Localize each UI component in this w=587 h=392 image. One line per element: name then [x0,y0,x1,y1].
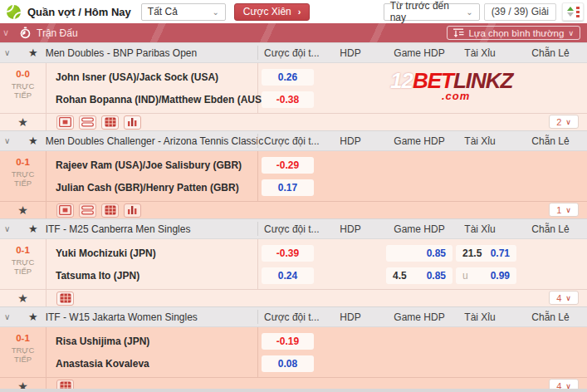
parlay-button[interactable]: Cược Xiên › [234,3,311,21]
bottom-divider [0,389,587,392]
filter-all-select[interactable]: Tất Cả ⌄ [141,3,226,21]
more-bets-count: 1 [556,205,561,215]
favorite-star-icon[interactable]: ★ [28,311,38,323]
collapse-chevron-icon[interactable]: ∨ [2,27,14,38]
moneyline-odds[interactable]: 0.08 [262,355,314,372]
moneyline-odds[interactable]: -0.19 [262,333,314,350]
favorite-star-icon[interactable]: ★ [28,47,38,59]
column-over-under: Tài Xỉu [464,311,495,323]
match-tools [56,203,141,218]
favorite-star-icon[interactable]: ★ [28,223,38,235]
match-section: ∨ ★ ITF - M25 Canberra Men Singles Cược … [0,218,587,306]
live-label: TRỰC TIẾP [0,170,46,188]
more-bets-dropdown[interactable]: 4 ∨ [549,291,579,305]
chevron-down-icon[interactable]: ∨ [4,48,17,57]
live-label: TRỰC TIẾP [0,346,46,364]
league-title: Men Doubles - BNP Paribas Open [46,47,198,59]
player-name: John Isner (USA)/Jack Sock (USA) [56,71,218,83]
court-view-icon[interactable] [79,115,96,130]
column-game-hdp: Game HDP [394,311,444,323]
over-under-odds[interactable]: u 0.99 [456,267,516,284]
chevron-down-icon: ⌄ [454,7,472,17]
league-title: ITF - W15 Jakarta Women Singles [46,311,198,323]
column-game-hdp: Game HDP [394,135,444,147]
player-name: Rajeev Ram (USA)/Joe Salisbury (GBR) [56,159,242,171]
chevron-down-icon[interactable]: ∨ [4,224,17,233]
chevron-down-icon: ⌄ [200,7,218,17]
match-status-column: 0-1 TRỰC TIẾP [0,151,46,201]
player-name: Anastasia Kovaleva [56,358,149,370]
moneyline-odds[interactable]: -0.38 [262,91,314,108]
moneyline-odds[interactable]: 0.26 [262,69,314,86]
odds-value: 0.71 [491,247,510,259]
live-video-icon[interactable] [56,115,74,130]
column-game-hdp: Game HDP [394,47,444,59]
column-over-under: Tài Xỉu [464,135,495,147]
display-mode-button[interactable]: Lựa chọn bình thường ∨ [447,26,580,40]
column-bet-team: Cược đội t... [264,223,320,235]
league-count[interactable]: (39 / 39) Giải [484,3,556,21]
player-row: Risa Ushijima (JPN) -0.19 [46,331,587,353]
game-hdp-odds[interactable]: 0.85 [386,245,452,262]
match-section: ∨ ★ Men Doubles Challenger - Arizona Ten… [0,130,587,218]
stats-chart-icon[interactable] [124,203,141,218]
top-toolbar: Quần vợt / Hôm Nay Tất Cả ⌄ Cược Xiên › … [0,0,587,23]
display-mode-label: Lựa chọn bình thường [468,28,564,38]
match-score: 0-1 [0,333,46,343]
player-row: John Isner (USA)/Jack Sock (USA) 0.26 [46,66,587,89]
odds-value: 0.85 [427,247,446,259]
handicap-value: 4.5 [393,270,407,282]
chevron-down-icon: ∨ [565,206,571,214]
match-body: 0-0 TRỰC TIẾP John Isner (USA)/Jack Sock… [0,63,587,113]
game-hdp-odds[interactable]: 4.5 0.85 [386,267,452,284]
match-footer: ★ 4 ∨ [0,289,587,306]
column-over-under: Tài Xỉu [464,47,495,59]
player-row: Rohan Bopanna (IND)/Matthew Ebden (AUS) … [46,89,587,111]
clock-icon [19,27,32,39]
more-bets-dropdown[interactable]: 2 ∨ [549,115,579,129]
favorite-star-icon[interactable]: ★ [28,135,38,147]
favorite-star-icon[interactable]: ★ [0,115,46,129]
player-name: Julian Cash (GBR)/Henry Patten (GBR) [56,182,239,194]
player-row: Anastasia Kovaleva 0.08 [46,353,587,375]
player-row: Yuki Mochizuki (JPN) -0.39 0.85 21.5 0.7… [46,243,587,265]
league-title: ITF - M25 Canberra Men Singles [46,223,191,235]
match-body: 0-1 TRỰC TIẾP Rajeev Ram (USA)/Joe Salis… [0,151,587,201]
moneyline-odds[interactable]: 0.17 [262,179,314,196]
column-odd-even: Chẵn Lẻ [531,135,569,147]
scoreboard-grid-icon[interactable] [101,115,119,130]
player-row: Rajeev Ram (USA)/Joe Salisbury (GBR) -0.… [46,154,587,177]
chevron-down-icon[interactable]: ∨ [4,312,17,321]
live-label: TRỰC TIẾP [0,258,46,276]
toolbar-right-group: Từ trước đến nay ⌄ (39 / 39) Giải [384,2,587,21]
stats-chart-icon[interactable] [124,115,141,130]
more-bets-dropdown[interactable]: 1 ∨ [549,203,579,217]
court-view-icon[interactable] [79,203,96,218]
favorite-star-icon[interactable]: ★ [0,203,46,217]
sort-toggle-icon[interactable] [562,2,584,21]
moneyline-odds[interactable]: -0.29 [262,157,314,174]
live-video-icon[interactable] [56,203,74,218]
page-title: Quần vợt / Hôm Nay [27,6,131,18]
column-bet-team: Cược đội t... [264,135,320,147]
filter-all-value: Tất Cả [148,6,178,17]
time-range-select[interactable]: Từ trước đến nay ⌄ [384,3,480,21]
column-over-under: Tài Xỉu [464,223,495,235]
league-header: ∨ ★ ITF - W15 Jakarta Women Singles Cược… [0,306,587,327]
chevron-down-icon: ∨ [565,118,571,126]
column-hdp: HDP [340,47,360,59]
moneyline-odds[interactable]: -0.39 [262,245,314,262]
sort-lines-icon [453,28,464,37]
parlay-label: Cược Xiên [243,6,291,17]
moneyline-odds[interactable]: 0.24 [262,267,314,284]
scoreboard-grid-icon[interactable] [101,203,119,218]
favorite-star-icon[interactable]: ★ [0,292,46,305]
chevron-down-icon[interactable]: ∨ [4,136,17,145]
match-bar-title: Trận Đấu [37,27,78,39]
column-bet-team: Cược đội t... [264,47,320,59]
scoreboard-grid-icon[interactable] [56,292,74,306]
column-odd-even: Chẵn Lẻ [531,47,569,59]
over-under-odds[interactable]: 21.5 0.71 [456,245,516,262]
column-hdp: HDP [340,135,360,147]
player-name: Rohan Bopanna (IND)/Matthew Ebden (AUS) [56,94,265,105]
